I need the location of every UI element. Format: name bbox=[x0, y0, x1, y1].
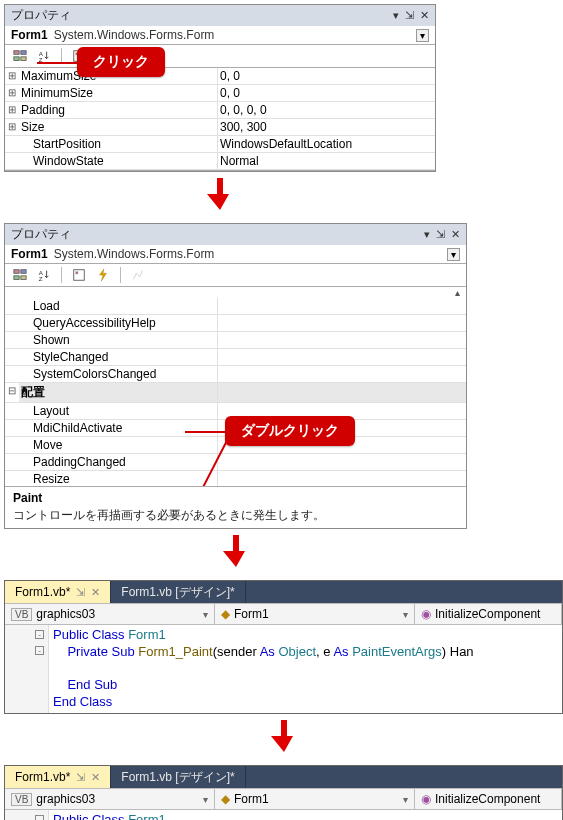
panel-title: プロパティ bbox=[11, 7, 393, 24]
toolbar-divider bbox=[120, 267, 121, 283]
object-name: Form1 bbox=[11, 247, 48, 261]
chevron-down-icon[interactable]: ▾ bbox=[403, 609, 408, 620]
expand-icon[interactable]: ⊞ bbox=[5, 85, 19, 101]
close-icon[interactable]: ✕ bbox=[91, 586, 100, 599]
class-combo[interactable]: ◆Form1▾ bbox=[215, 603, 415, 625]
code-area[interactable]: - - Public Class Form1 Private Sub Form1… bbox=[5, 810, 562, 820]
project-combo[interactable]: VBgraphics03▾ bbox=[5, 788, 215, 810]
code-editor-2: Form1.vb*⇲✕ Form1.vb [デザイン]* VBgraphics0… bbox=[4, 765, 563, 820]
collapse-icon[interactable]: - bbox=[35, 646, 44, 655]
chevron-down-icon[interactable]: ▾ bbox=[416, 29, 429, 42]
panel-header: プロパティ ▾ ⇲ ✕ bbox=[5, 5, 435, 26]
pin-icon[interactable]: ⇲ bbox=[405, 10, 414, 21]
description-pane: Paint コントロールを再描画する必要があるときに発生します。 bbox=[5, 487, 466, 528]
close-icon[interactable]: ✕ bbox=[451, 229, 460, 240]
vb-icon: VB bbox=[11, 608, 32, 621]
pin-icon[interactable]: ⇲ bbox=[76, 586, 85, 599]
chevron-down-icon[interactable]: ▾ bbox=[203, 609, 208, 620]
code-editor-1: Form1.vb*⇲✕ Form1.vb [デザイン]* VBgraphics0… bbox=[4, 580, 563, 714]
svg-rect-0 bbox=[14, 51, 19, 55]
tab-design[interactable]: Form1.vb [デザイン]* bbox=[111, 581, 245, 603]
categorized-button[interactable] bbox=[9, 266, 31, 284]
description-text: コントロールを再描画する必要があるときに発生します。 bbox=[13, 507, 458, 524]
svg-rect-8 bbox=[14, 270, 19, 274]
properties-toolbar: AZ クリック bbox=[5, 45, 435, 68]
svg-rect-9 bbox=[14, 276, 19, 280]
svg-rect-11 bbox=[21, 276, 26, 280]
property-grid[interactable]: ⊞MaximumSize0, 0 ⊞MinimumSize0, 0 ⊞Paddi… bbox=[5, 68, 435, 171]
expand-icon[interactable]: ⊞ bbox=[5, 119, 19, 135]
tab-code[interactable]: Form1.vb*⇲✕ bbox=[5, 766, 111, 788]
description-name: Paint bbox=[13, 491, 458, 505]
chevron-down-icon[interactable]: ▾ bbox=[203, 794, 208, 805]
arrow-down-icon bbox=[4, 720, 563, 755]
object-type: System.Windows.Forms.Form bbox=[54, 247, 447, 261]
object-name: Form1 bbox=[11, 28, 48, 42]
properties-panel-2: プロパティ ▾ ⇲ ✕ Form1 System.Windows.Forms.F… bbox=[4, 223, 467, 529]
svg-rect-1 bbox=[14, 57, 19, 61]
member-combo[interactable]: ◉InitializeComponent bbox=[415, 788, 562, 810]
events-button[interactable] bbox=[92, 266, 114, 284]
pin-icon[interactable]: ⇲ bbox=[436, 229, 445, 240]
chevron-down-icon[interactable]: ▾ bbox=[447, 248, 460, 261]
dropdown-icon[interactable]: ▾ bbox=[424, 229, 430, 240]
toolbar-divider bbox=[61, 267, 62, 283]
svg-rect-2 bbox=[21, 51, 26, 55]
member-combo[interactable]: ◉InitializeComponent bbox=[415, 603, 562, 625]
navigation-bar: VBgraphics03▾ ◆Form1▾ ◉InitializeCompone… bbox=[5, 788, 562, 810]
class-icon: ◆ bbox=[221, 607, 230, 621]
navigation-bar: VBgraphics03▾ ◆Form1▾ ◉InitializeCompone… bbox=[5, 603, 562, 625]
properties-toolbar: AZ bbox=[5, 264, 466, 287]
collapse-icon[interactable]: - bbox=[35, 630, 44, 639]
panel-window-controls: ▾ ⇲ ✕ bbox=[424, 229, 460, 240]
dropdown-icon[interactable]: ▾ bbox=[393, 10, 399, 21]
vb-icon: VB bbox=[11, 793, 32, 806]
arrow-down-icon bbox=[4, 178, 436, 213]
method-icon: ◉ bbox=[421, 792, 431, 806]
collapse-icon[interactable]: ⊟ bbox=[5, 383, 19, 402]
arrow-down-icon bbox=[4, 535, 467, 570]
alphabetical-button[interactable]: AZ bbox=[33, 266, 55, 284]
svg-rect-3 bbox=[21, 57, 26, 61]
class-combo[interactable]: ◆Form1▾ bbox=[215, 788, 415, 810]
object-selector[interactable]: Form1 System.Windows.Forms.Form ▾ bbox=[5, 26, 435, 45]
svg-rect-15 bbox=[76, 272, 79, 275]
class-icon: ◆ bbox=[221, 792, 230, 806]
panel-header: プロパティ ▾ ⇲ ✕ bbox=[5, 224, 466, 245]
pin-icon[interactable]: ⇲ bbox=[76, 771, 85, 784]
code-gutter: - - bbox=[5, 810, 49, 820]
property-pages-button bbox=[127, 266, 149, 284]
categorized-button[interactable] bbox=[9, 47, 31, 65]
panel-title: プロパティ bbox=[11, 226, 424, 243]
code-gutter: - - bbox=[5, 625, 49, 713]
panel-window-controls: ▾ ⇲ ✕ bbox=[393, 10, 429, 21]
close-icon[interactable]: ✕ bbox=[91, 771, 100, 784]
project-combo[interactable]: VBgraphics03▾ bbox=[5, 603, 215, 625]
chevron-down-icon[interactable]: ▾ bbox=[403, 794, 408, 805]
svg-rect-10 bbox=[21, 270, 26, 274]
expand-icon[interactable]: ⊞ bbox=[5, 102, 19, 118]
properties-panel-1: プロパティ ▾ ⇲ ✕ Form1 System.Windows.Forms.F… bbox=[4, 4, 436, 172]
svg-rect-14 bbox=[74, 270, 85, 281]
code-text[interactable]: Public Class Form1 Private Sub Form1_Pai… bbox=[49, 810, 562, 820]
close-icon[interactable]: ✕ bbox=[420, 10, 429, 21]
collapse-icon[interactable]: - bbox=[35, 815, 44, 820]
code-text[interactable]: Public Class Form1 Private Sub Form1_Pai… bbox=[49, 625, 562, 713]
document-tabs: Form1.vb*⇲✕ Form1.vb [デザイン]* bbox=[5, 766, 562, 788]
expand-icon[interactable]: ⊞ bbox=[5, 68, 19, 84]
properties-button[interactable] bbox=[68, 266, 90, 284]
callout-click: クリック bbox=[77, 47, 165, 77]
callout-doubleclick: ダブルクリック bbox=[225, 416, 355, 446]
method-icon: ◉ bbox=[421, 607, 431, 621]
object-type: System.Windows.Forms.Form bbox=[54, 28, 416, 42]
code-area[interactable]: - - Public Class Form1 Private Sub Form1… bbox=[5, 625, 562, 713]
tab-code[interactable]: Form1.vb*⇲✕ bbox=[5, 581, 111, 603]
object-selector[interactable]: Form1 System.Windows.Forms.Form ▾ bbox=[5, 245, 466, 264]
svg-text:Z: Z bbox=[39, 275, 43, 282]
tab-design[interactable]: Form1.vb [デザイン]* bbox=[111, 766, 245, 788]
scroll-up-icon[interactable]: ▴ bbox=[5, 287, 466, 298]
events-grid[interactable]: ▴ Load QueryAccessibilityHelp Shown Styl… bbox=[5, 287, 466, 487]
document-tabs: Form1.vb*⇲✕ Form1.vb [デザイン]* bbox=[5, 581, 562, 603]
